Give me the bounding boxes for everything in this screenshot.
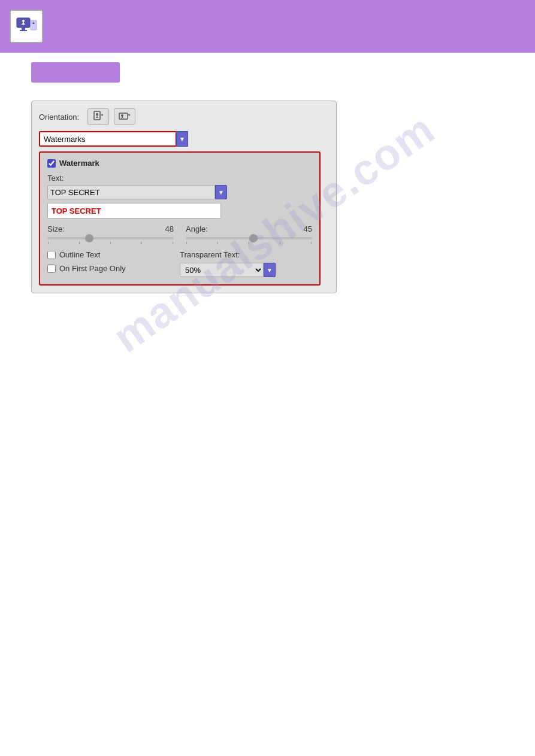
- watermark-title: Watermark: [59, 159, 99, 168]
- angle-section: Angle: 45: [186, 224, 312, 244]
- text-preview: TOP SECRET: [47, 203, 221, 218]
- first-page-checkbox[interactable]: [47, 265, 56, 273]
- orientation-label: Orientation:: [39, 113, 79, 122]
- app-icon-svg: [16, 16, 37, 37]
- transparent-arrow[interactable]: ▼: [264, 263, 276, 277]
- svg-line-20: [122, 117, 123, 119]
- svg-line-19: [121, 117, 122, 119]
- orientation-row: Orientation:: [39, 108, 329, 125]
- watermark-box: Watermark Text: TOP SECRET ▼ TOP SECRET …: [39, 151, 321, 286]
- transparent-text-label: Transparent Text:: [180, 250, 240, 259]
- svg-rect-2: [20, 30, 27, 31]
- watermarks-input[interactable]: [39, 131, 177, 147]
- text-dropdown-row: TOP SECRET ▼: [47, 185, 312, 199]
- watermark-checkbox[interactable]: [47, 159, 56, 168]
- watermarks-row: ▼: [39, 131, 329, 147]
- watermarks-dropdown-arrow[interactable]: ▼: [176, 131, 188, 147]
- size-value: 48: [165, 224, 174, 233]
- dialog-panel: Orientation:: [31, 101, 337, 293]
- size-slider-thumb[interactable]: [85, 234, 93, 242]
- right-options: Transparent Text: 50% ▼: [180, 250, 312, 277]
- size-slider-ticks: [47, 242, 174, 244]
- page-label: [31, 62, 120, 83]
- main-content: Orientation:: [0, 83, 535, 305]
- left-options: Outline Text On First Page Only: [47, 250, 180, 277]
- angle-label: Angle:: [186, 224, 208, 233]
- orient-landscape-button[interactable]: [114, 108, 135, 125]
- options-row: Outline Text On First Page Only Transpar…: [47, 250, 312, 277]
- outline-text-label: Outline Text: [59, 250, 100, 259]
- svg-marker-15: [102, 114, 103, 116]
- svg-rect-1: [22, 28, 25, 30]
- angle-value: 45: [304, 224, 312, 233]
- angle-slider-ticks: [186, 242, 312, 244]
- size-label: Size:: [47, 224, 65, 233]
- transparent-dropdown-row: 50% ▼: [180, 263, 312, 277]
- svg-point-10: [96, 113, 98, 116]
- transparent-select[interactable]: 50%: [180, 263, 264, 277]
- size-section: Size: 48: [47, 224, 174, 244]
- size-slider-track: [47, 237, 174, 239]
- angle-slider-thumb[interactable]: [249, 234, 258, 242]
- text-field-label: Text:: [47, 174, 312, 183]
- text-dropdown[interactable]: TOP SECRET: [47, 185, 215, 199]
- header-bar: [0, 0, 535, 53]
- watermark-header: Watermark: [47, 159, 312, 168]
- app-icon: [10, 10, 43, 43]
- orient-portrait-button[interactable]: [87, 108, 109, 125]
- watermarks-input-wrapper: ▼: [39, 131, 188, 147]
- outline-text-option: Outline Text: [47, 250, 180, 259]
- svg-point-17: [121, 114, 123, 117]
- svg-marker-22: [129, 114, 130, 116]
- text-dropdown-arrow[interactable]: ▼: [215, 185, 227, 199]
- outline-text-checkbox[interactable]: [47, 251, 56, 259]
- size-angle-row: Size: 48: [47, 224, 312, 244]
- angle-slider-track: [186, 237, 312, 239]
- first-page-label: On First Page Only: [59, 264, 126, 273]
- svg-point-3: [22, 20, 25, 22]
- first-page-option: On First Page Only: [47, 264, 180, 273]
- transparent-text-option: Transparent Text:: [180, 250, 312, 259]
